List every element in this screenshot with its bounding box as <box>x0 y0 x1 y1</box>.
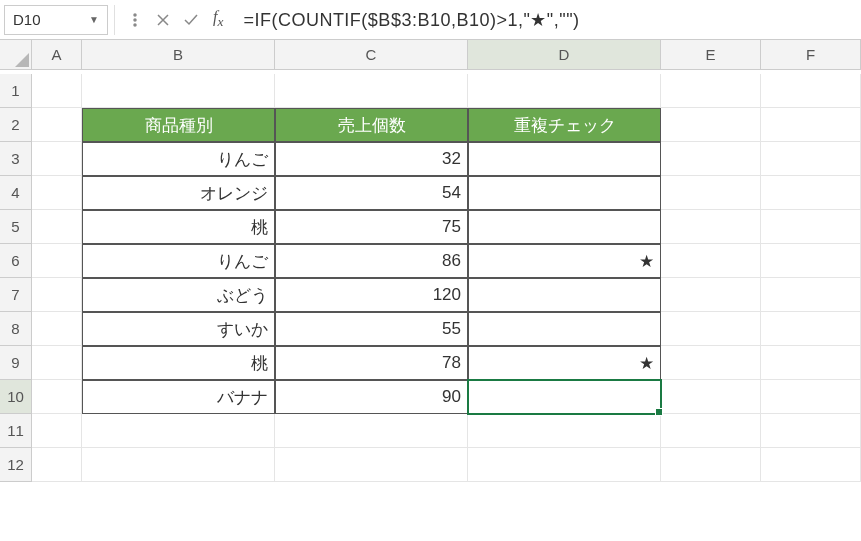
cell-A6[interactable] <box>32 244 82 278</box>
cell-C3[interactable]: 32 <box>275 142 468 176</box>
cell-C11[interactable] <box>275 414 468 448</box>
row-header-12[interactable]: 12 <box>0 448 32 482</box>
cell-D10[interactable] <box>468 380 661 414</box>
row-header-2[interactable]: 2 <box>0 108 32 142</box>
cell-F8[interactable] <box>761 312 861 346</box>
cell-E11[interactable] <box>661 414 761 448</box>
cell-E9[interactable] <box>661 346 761 380</box>
cell-E3[interactable] <box>661 142 761 176</box>
cell-D1[interactable] <box>468 74 661 108</box>
cancel-button[interactable] <box>149 5 177 35</box>
expand-button[interactable] <box>121 5 149 35</box>
cell-E12[interactable] <box>661 448 761 482</box>
worksheet[interactable]: A B C D E F 1 2 商品種別 売上個数 重複チェック 3 りんご 3… <box>0 40 861 482</box>
cell-E8[interactable] <box>661 312 761 346</box>
svg-point-0 <box>134 14 136 16</box>
cell-C7[interactable]: 120 <box>275 278 468 312</box>
formula-input[interactable] <box>227 5 861 35</box>
cell-D8[interactable] <box>468 312 661 346</box>
cell-D2[interactable]: 重複チェック <box>468 108 661 142</box>
cell-B3[interactable]: りんご <box>82 142 275 176</box>
cell-F9[interactable] <box>761 346 861 380</box>
cell-A4[interactable] <box>32 176 82 210</box>
row-header-9[interactable]: 9 <box>0 346 32 380</box>
row-header-10[interactable]: 10 <box>0 380 32 414</box>
cell-D5[interactable] <box>468 210 661 244</box>
cell-E5[interactable] <box>661 210 761 244</box>
cell-B4[interactable]: オレンジ <box>82 176 275 210</box>
cell-B6[interactable]: りんご <box>82 244 275 278</box>
cell-E4[interactable] <box>661 176 761 210</box>
name-box[interactable]: D10 ▼ <box>4 5 108 35</box>
cell-E1[interactable] <box>661 74 761 108</box>
cell-F6[interactable] <box>761 244 861 278</box>
cell-C8[interactable]: 55 <box>275 312 468 346</box>
cell-D9[interactable]: ★ <box>468 346 661 380</box>
cell-B2[interactable]: 商品種別 <box>82 108 275 142</box>
cell-A8[interactable] <box>32 312 82 346</box>
cell-D12[interactable] <box>468 448 661 482</box>
cell-F7[interactable] <box>761 278 861 312</box>
row-header-6[interactable]: 6 <box>0 244 32 278</box>
col-header-D[interactable]: D <box>468 40 661 70</box>
col-header-B[interactable]: B <box>82 40 275 70</box>
row-header-4[interactable]: 4 <box>0 176 32 210</box>
cell-B8[interactable]: すいか <box>82 312 275 346</box>
cell-B10[interactable]: バナナ <box>82 380 275 414</box>
cell-B7[interactable]: ぶどう <box>82 278 275 312</box>
fx-label[interactable]: fx <box>205 8 227 30</box>
col-header-E[interactable]: E <box>661 40 761 70</box>
cell-A11[interactable] <box>32 414 82 448</box>
cell-F5[interactable] <box>761 210 861 244</box>
cell-F11[interactable] <box>761 414 861 448</box>
cell-E7[interactable] <box>661 278 761 312</box>
cell-C1[interactable] <box>275 74 468 108</box>
row-header-8[interactable]: 8 <box>0 312 32 346</box>
cell-D4[interactable] <box>468 176 661 210</box>
cell-F4[interactable] <box>761 176 861 210</box>
cell-A9[interactable] <box>32 346 82 380</box>
cell-E6[interactable] <box>661 244 761 278</box>
cell-F2[interactable] <box>761 108 861 142</box>
col-header-A[interactable]: A <box>32 40 82 70</box>
select-all-corner[interactable] <box>0 40 32 70</box>
cell-D11[interactable] <box>468 414 661 448</box>
cell-E2[interactable] <box>661 108 761 142</box>
cell-B1[interactable] <box>82 74 275 108</box>
row-header-11[interactable]: 11 <box>0 414 32 448</box>
cell-F10[interactable] <box>761 380 861 414</box>
cell-F1[interactable] <box>761 74 861 108</box>
cell-A10[interactable] <box>32 380 82 414</box>
cell-C6[interactable]: 86 <box>275 244 468 278</box>
cell-B5[interactable]: 桃 <box>82 210 275 244</box>
cell-C10[interactable]: 90 <box>275 380 468 414</box>
cell-A5[interactable] <box>32 210 82 244</box>
col-header-C[interactable]: C <box>275 40 468 70</box>
cell-E10[interactable] <box>661 380 761 414</box>
cell-B11[interactable] <box>82 414 275 448</box>
row-header-5[interactable]: 5 <box>0 210 32 244</box>
row-header-7[interactable]: 7 <box>0 278 32 312</box>
cell-C12[interactable] <box>275 448 468 482</box>
row-header-3[interactable]: 3 <box>0 142 32 176</box>
cell-C2[interactable]: 売上個数 <box>275 108 468 142</box>
enter-button[interactable] <box>177 5 205 35</box>
cell-F12[interactable] <box>761 448 861 482</box>
cell-C4[interactable]: 54 <box>275 176 468 210</box>
cell-D7[interactable] <box>468 278 661 312</box>
row-header-1[interactable]: 1 <box>0 74 32 108</box>
cell-A7[interactable] <box>32 278 82 312</box>
cell-D3[interactable] <box>468 142 661 176</box>
cell-A2[interactable] <box>32 108 82 142</box>
cell-C9[interactable]: 78 <box>275 346 468 380</box>
cell-D6[interactable]: ★ <box>468 244 661 278</box>
name-box-dropdown-icon[interactable]: ▼ <box>89 14 99 25</box>
cell-A12[interactable] <box>32 448 82 482</box>
cell-C5[interactable]: 75 <box>275 210 468 244</box>
cell-A1[interactable] <box>32 74 82 108</box>
cell-B12[interactable] <box>82 448 275 482</box>
cell-F3[interactable] <box>761 142 861 176</box>
cell-A3[interactable] <box>32 142 82 176</box>
col-header-F[interactable]: F <box>761 40 861 70</box>
cell-B9[interactable]: 桃 <box>82 346 275 380</box>
